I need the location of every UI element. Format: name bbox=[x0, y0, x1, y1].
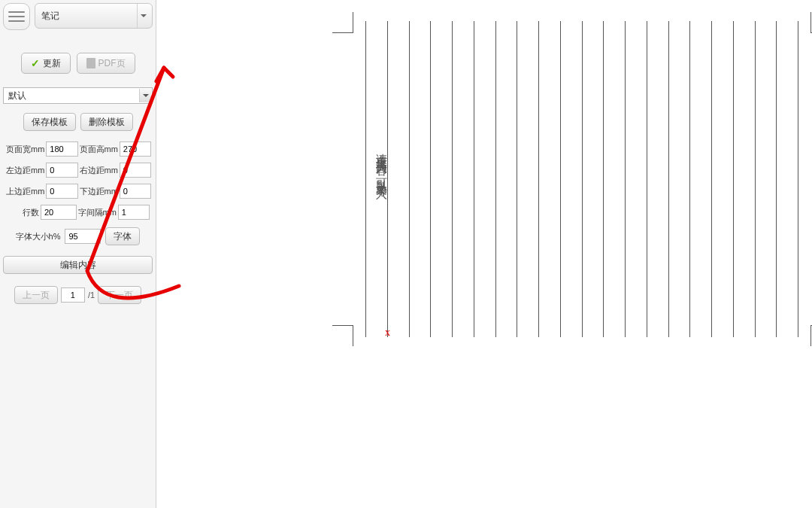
type-select[interactable]: 笔记 bbox=[35, 3, 153, 29]
check-icon: ✓ bbox=[31, 57, 40, 69]
canvas-area: 请在这里输入内容，可以从文本导入。 x bbox=[156, 0, 812, 508]
page-width-label: 页面宽mm bbox=[6, 144, 44, 155]
prev-page-button[interactable]: 上一页 bbox=[14, 286, 58, 304]
rows-label: 行数 bbox=[6, 207, 39, 218]
page-height-label: 页面高mm bbox=[80, 144, 118, 155]
next-page-button[interactable]: 下一页 bbox=[98, 286, 141, 304]
row-page-size: 页面宽mm 页面高mm bbox=[0, 138, 156, 160]
save-template-button[interactable]: 保存模板 bbox=[23, 113, 76, 131]
template-selected: 默认 bbox=[8, 90, 26, 102]
font-button[interactable]: 字体 bbox=[105, 227, 140, 245]
pager: 上一页 /1 下一页 bbox=[0, 280, 156, 310]
pdf-button[interactable]: PDF页 bbox=[77, 53, 135, 74]
sidebar: 笔记 ✓ 更新 PDF页 默认 保存模板 删除模板 页面宽mm 页面高mm 左边… bbox=[0, 0, 156, 508]
top-row: 笔记 bbox=[0, 0, 156, 32]
row-margin-tb: 上边距mm 下边距mm bbox=[0, 181, 156, 202]
page-width-input[interactable] bbox=[46, 141, 77, 157]
margin-right-label: 右边距mm bbox=[80, 165, 118, 176]
page-input[interactable] bbox=[61, 287, 85, 303]
margin-right-input[interactable] bbox=[120, 163, 151, 178]
edit-content-button[interactable]: 编辑内容 bbox=[3, 256, 153, 274]
pdf-label: PDF页 bbox=[98, 57, 126, 70]
template-select[interactable]: 默认 bbox=[3, 87, 153, 104]
column-lines bbox=[365, 21, 798, 337]
delete-template-button[interactable]: 删除模板 bbox=[80, 113, 133, 131]
rows-input[interactable] bbox=[41, 205, 77, 220]
cursor-mark: x bbox=[385, 327, 390, 339]
margin-bottom-input[interactable] bbox=[120, 184, 151, 199]
page-total: /1 bbox=[88, 291, 95, 300]
chevron-down-icon bbox=[137, 4, 149, 28]
update-label: 更新 bbox=[43, 57, 61, 70]
crop-mark-tl bbox=[332, 12, 353, 33]
margin-top-input[interactable] bbox=[46, 184, 77, 199]
row-rows-gap: 行数 字间隔mm bbox=[0, 202, 156, 223]
font-row: 字体大小h% 字体 bbox=[0, 223, 156, 250]
document-icon bbox=[86, 58, 95, 68]
update-button[interactable]: ✓ 更新 bbox=[21, 53, 71, 74]
margin-bottom-label: 下边距mm bbox=[80, 186, 118, 197]
menu-button[interactable] bbox=[3, 3, 30, 30]
row-margin-lr: 左边距mm 右边距mm bbox=[0, 160, 156, 181]
margin-left-input[interactable] bbox=[46, 163, 77, 178]
chevron-down-icon bbox=[139, 89, 151, 102]
font-size-input[interactable] bbox=[65, 229, 101, 244]
gap-label: 字间隔mm bbox=[78, 207, 117, 218]
margin-left-label: 左边距mm bbox=[6, 165, 44, 176]
page-preview: 请在这里输入内容，可以从文本导入。 x bbox=[334, 14, 812, 345]
placeholder-text: 请在这里输入内容，可以从文本导入。 bbox=[374, 144, 389, 333]
page-height-input[interactable] bbox=[120, 141, 151, 157]
crop-mark-bl bbox=[332, 325, 353, 346]
gap-input[interactable] bbox=[118, 205, 150, 220]
font-size-label: 字体大小h% bbox=[16, 231, 61, 242]
action-row: ✓ 更新 PDF页 bbox=[0, 32, 156, 86]
type-select-label: 笔记 bbox=[41, 10, 59, 23]
margin-top-label: 上边距mm bbox=[6, 186, 44, 197]
template-buttons: 保存模板 删除模板 bbox=[0, 105, 156, 138]
